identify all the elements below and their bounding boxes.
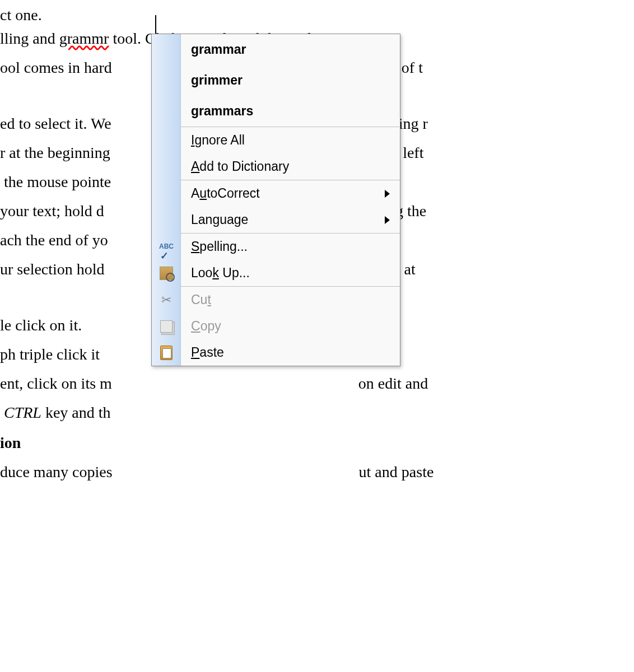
text-span[interactable]: on edit and [358,375,428,392]
menu-label: Copy [181,314,400,339]
suggestion-1[interactable]: grammar [181,34,400,65]
submenu-arrow-icon [385,190,390,198]
lookup-icon [152,260,181,286]
text-span[interactable]: ool comes in hard [0,59,112,76]
text-span[interactable]: duce many copies [0,463,113,480]
text-span[interactable]: ut and paste [359,463,434,480]
text-line[interactable]: CTRL key and th [0,398,111,427]
text-span[interactable]: key and th [41,404,111,421]
text-span[interactable]: the mouse pointe [0,173,111,190]
suggestion-2[interactable]: grimmer [181,65,400,96]
text-span[interactable] [0,404,4,421]
text-span[interactable]: lling and [0,30,59,47]
text-span[interactable]: r at the beginning [0,144,110,161]
cut: ✂ Cut [181,287,400,313]
suggestion-3[interactable]: grammars [181,96,400,127]
ignore-all[interactable]: Ignore All [181,127,400,153]
text-line[interactable]: ion [0,428,21,458]
submenu-arrow-icon [385,216,390,224]
text-line[interactable]: ph triple click it [0,339,100,369]
menu-label: Spelling... [181,235,400,259]
text-span[interactable]: ph triple click it [0,346,100,363]
paste-icon [152,339,181,366]
add-to-dictionary[interactable]: Add to Dictionary [181,153,400,180]
text-span[interactable]: ion [0,434,21,451]
copy: Copy [181,313,400,339]
scissors-icon: ✂ [152,287,181,313]
text-span[interactable]: ed to select it. We [0,115,111,132]
spelling-abc-icon: ABC [152,234,181,260]
menu-label: AutoCorrect [181,181,400,206]
menu-label: Ignore All [181,128,400,153]
autocorrect[interactable]: AutoCorrect [181,180,400,207]
text-span[interactable]: ent, click on its m [0,375,112,392]
menu-label: Add to Dictionary [181,155,400,179]
suggestion-label: grammar [181,38,400,62]
text-span[interactable]: ct one. [0,6,42,24]
text-span[interactable]: CTRL [4,404,41,421]
menu-label: Paste [181,340,400,365]
menu-label: Cut [181,288,400,312]
text-line[interactable]: ach the end of yo [0,225,108,255]
text-span[interactable]: your text; hold d [0,202,104,220]
look-up[interactable]: Look Up... [181,260,400,286]
text-span[interactable]: ur selection hold [0,260,105,278]
paste[interactable]: Paste [181,339,400,366]
copy-icon [152,313,181,339]
spelling[interactable]: ABC Spelling... [181,234,400,260]
spellcheck-context-menu: grammar grimmer grammars Ignore All Add … [151,34,400,366]
text-span[interactable]: le click on it. [0,316,82,334]
text-line[interactable]: le click on it. [0,310,82,340]
text-line[interactable]: ent, click on its mon edit and [0,368,428,398]
text-cursor [155,15,156,34]
text-line[interactable]: duce many copiesut and paste [0,457,433,487]
menu-label: Language [181,208,400,232]
menu-label: Look Up... [181,261,400,286]
text-span[interactable]: ach the end of yo [0,231,108,249]
suggestion-label: grammars [181,99,400,124]
language[interactable]: Language [181,207,400,233]
suggestion-label: grimmer [181,68,400,93]
misspelled-word[interactable]: grammr [59,30,109,47]
